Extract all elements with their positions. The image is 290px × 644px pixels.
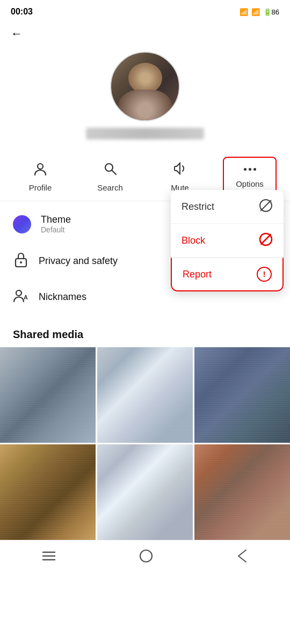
mute-icon <box>172 161 187 180</box>
svg-line-4 <box>260 200 271 211</box>
svg-point-9 <box>16 290 21 296</box>
theme-title: Theme <box>41 214 71 225</box>
profile-button[interactable]: Profile <box>13 157 67 196</box>
avatar <box>110 52 180 121</box>
call-icon: 📶 <box>251 8 260 16</box>
media-item-1[interactable] <box>0 347 96 443</box>
svg-text:A: A <box>24 294 28 301</box>
media-item-6[interactable] <box>194 444 290 540</box>
privacy-title: Privacy and safety <box>39 255 118 267</box>
theme-subtitle: Default <box>41 225 71 234</box>
restrict-label: Restrict <box>182 201 214 213</box>
back-arrow-icon: ← <box>11 27 23 40</box>
battery-icon: 🔋86 <box>263 8 279 16</box>
report-icon: ! <box>257 267 272 282</box>
restrict-item[interactable]: Restrict <box>171 190 284 224</box>
media-item-5[interactable] <box>97 444 193 540</box>
privacy-content: Privacy and safety <box>39 255 118 267</box>
avatar-section <box>0 46 290 148</box>
back-triangle-icon <box>236 549 248 563</box>
media-item-3[interactable] <box>194 347 290 443</box>
status-bar: 00:03 📶 📶 🔋86 <box>0 0 290 21</box>
report-label: Report <box>183 269 212 280</box>
media-item-2[interactable] <box>97 347 193 443</box>
home-circle-icon <box>139 549 153 563</box>
block-item[interactable]: Block <box>171 224 284 258</box>
wifi-icon: 📶 <box>240 8 248 16</box>
media-item-4[interactable] <box>0 444 96 540</box>
nav-menu-button[interactable] <box>42 551 56 564</box>
search-label: Search <box>97 183 123 192</box>
three-dots-icon <box>244 162 256 176</box>
block-icon <box>259 232 273 248</box>
report-item[interactable]: Report ! <box>171 258 284 291</box>
back-button[interactable]: ← <box>0 21 33 46</box>
svg-point-8 <box>20 261 22 264</box>
nicknames-content: Nicknames <box>39 291 86 303</box>
status-icons: 📶 📶 🔋86 <box>240 8 279 16</box>
search-button[interactable]: Search <box>83 157 137 196</box>
svg-point-14 <box>140 550 152 562</box>
theme-orb-icon <box>13 215 31 233</box>
status-time: 00:03 <box>11 7 33 17</box>
hamburger-icon <box>42 551 56 561</box>
theme-content: Theme Default <box>41 214 71 234</box>
restrict-icon <box>259 199 273 215</box>
shared-media-title: Shared media <box>0 319 290 347</box>
options-label: Options <box>236 179 264 188</box>
svg-line-6 <box>261 235 271 245</box>
block-label: Block <box>182 235 205 246</box>
options-dropdown: Restrict Block Report ! <box>171 190 284 291</box>
username-display <box>86 128 204 140</box>
media-grid <box>0 347 290 540</box>
search-icon <box>103 161 118 180</box>
svg-point-0 <box>38 164 43 169</box>
lock-icon <box>13 251 29 270</box>
bottom-nav <box>0 540 290 578</box>
nicknames-title: Nicknames <box>39 291 86 303</box>
shared-media-section: Shared media <box>0 319 290 540</box>
nicknames-icon: A <box>13 288 29 306</box>
nav-home-button[interactable] <box>139 549 153 565</box>
action-row: Profile Search Mute Options Restrict <box>0 148 290 201</box>
svg-line-2 <box>112 171 117 175</box>
nav-back-button[interactable] <box>236 549 248 565</box>
profile-label: Profile <box>29 183 52 192</box>
profile-icon <box>33 161 48 180</box>
